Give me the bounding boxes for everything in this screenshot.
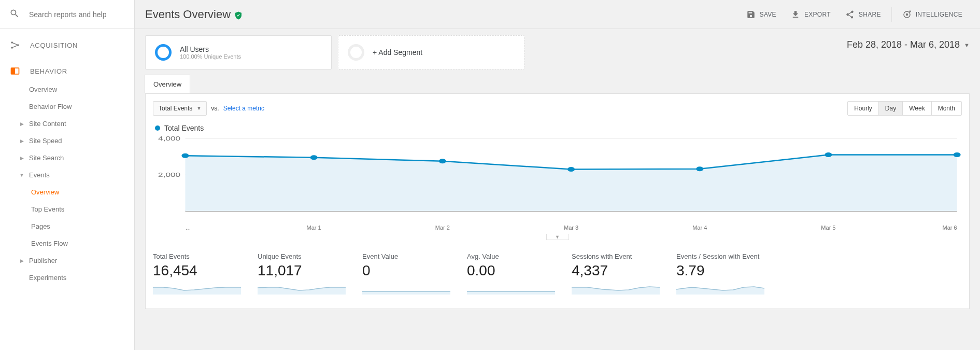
controls-row: Total Events ▼ vs. Select a metric Hourl… (146, 94, 969, 120)
segment-title: All Users (180, 45, 241, 53)
add-segment[interactable]: + Add Segment (338, 35, 524, 69)
tile-label: Unique Events (258, 253, 350, 260)
sidebar-item-site-search[interactable]: ▶ Site Search (0, 149, 134, 166)
chart-title: Total Events (164, 124, 204, 132)
chart-x-axis: ▼ …Mar 1Mar 2Mar 3Mar 4Mar 5Mar 6 (153, 225, 962, 237)
tile-label: Sessions with Event (572, 253, 664, 260)
series-dot-icon (155, 125, 160, 131)
sidebar-item-event-pages[interactable]: Pages (0, 218, 134, 235)
intelligence-button[interactable]: INTELLIGENCE (895, 0, 970, 29)
verified-shield-icon (234, 10, 243, 19)
sparkline (676, 281, 764, 295)
sidebar-item-behavior-flow[interactable]: Behavior Flow (0, 98, 134, 115)
sidebar-item-site-content[interactable]: ▶ Site Content (0, 115, 134, 132)
segment-subtitle: 100.00% Unique Events (180, 53, 241, 60)
svg-marker-25 (572, 287, 660, 295)
sparkline (362, 281, 450, 295)
svg-point-14 (181, 153, 189, 158)
metric-tile[interactable]: Sessions with Event 4,337 (572, 253, 664, 296)
search-input[interactable] (29, 10, 125, 19)
sidebar-item-experiments[interactable]: Experiments (0, 269, 134, 286)
svg-point-15 (310, 155, 318, 160)
segment-circle-icon (155, 44, 172, 61)
svg-point-17 (567, 167, 575, 172)
toggle-day[interactable]: Day (878, 102, 902, 115)
x-tick-label: Mar 6 (943, 225, 957, 231)
export-button[interactable]: EXPORT (784, 0, 838, 29)
caret-right-icon: ▶ (18, 121, 26, 127)
tile-label: Total Events (153, 253, 245, 260)
x-tick-label: Mar 2 (435, 225, 450, 231)
select-metric-link[interactable]: Select a metric (223, 105, 264, 112)
page-title: Events Overview (145, 8, 243, 21)
metric1-dropdown[interactable]: Total Events ▼ (153, 101, 207, 116)
caret-down-icon: ▼ (964, 42, 970, 48)
metric-tile[interactable]: Event Value 0 (362, 253, 455, 296)
segment-circle-icon (348, 44, 364, 61)
svg-point-20 (954, 152, 961, 157)
metric-tiles: Total Events 16,454 Unique Events 11,017… (146, 242, 969, 309)
save-button[interactable]: SAVE (739, 0, 784, 29)
nav-section-label: ACQUISITION (30, 41, 78, 49)
sparkline (572, 281, 660, 295)
tile-value: 11,017 (258, 262, 350, 279)
tab-strip: Overview (145, 75, 970, 93)
search-icon (9, 8, 29, 20)
tab-overview[interactable]: Overview (145, 75, 190, 93)
tile-value: 3.79 (676, 262, 769, 279)
tile-value: 16,454 (153, 262, 245, 279)
sidebar-item-top-events[interactable]: Top Events (0, 201, 134, 218)
share-button[interactable]: SHARE (838, 0, 888, 29)
x-tick-label: Mar 1 (307, 225, 321, 231)
content: All Users 100.00% Unique Events + Add Se… (135, 29, 980, 350)
sidebar: ACQUISITION BEHAVIOR Overview Behavior F… (0, 0, 135, 350)
nav-section-behavior[interactable]: BEHAVIOR (0, 55, 134, 81)
drag-handle[interactable]: ▼ (546, 234, 569, 240)
vs-label: vs. (211, 105, 219, 112)
toggle-hourly[interactable]: Hourly (848, 102, 878, 115)
sidebar-item-events-overview[interactable]: Overview (0, 184, 134, 201)
tile-label: Avg. Value (467, 253, 559, 260)
caret-right-icon: ▶ (18, 156, 26, 161)
metric-tile[interactable]: Events / Session with Event 3.79 (676, 253, 769, 296)
svg-rect-4 (11, 68, 16, 74)
add-segment-label: + Add Segment (373, 48, 422, 57)
chart-legend: Total Events (155, 124, 962, 132)
sparkline (153, 281, 241, 295)
metric-tile[interactable]: Total Events 16,454 (153, 253, 245, 296)
svg-marker-24 (467, 291, 555, 295)
toggle-month[interactable]: Month (931, 102, 961, 115)
sidebar-item-overview[interactable]: Overview (0, 81, 134, 98)
nav-section-acquisition[interactable]: ACQUISITION (0, 29, 134, 55)
x-tick-label: … (185, 225, 191, 231)
svg-point-6 (905, 13, 908, 16)
tile-label: Event Value (362, 253, 455, 260)
nav-section-label: BEHAVIOR (30, 67, 67, 75)
svg-point-18 (696, 166, 703, 171)
sparkline (258, 281, 346, 295)
panel: Total Events ▼ vs. Select a metric Hourl… (145, 93, 970, 309)
date-range-picker[interactable]: Feb 28, 2018 - Mar 6, 2018 ▼ (847, 35, 970, 54)
sparkline (467, 281, 555, 295)
x-tick-label: Mar 4 (692, 225, 707, 231)
toggle-week[interactable]: Week (902, 102, 931, 115)
sidebar-item-publisher[interactable]: ▶ Publisher (0, 252, 134, 269)
topbar: Events Overview SAVE EXPORT SHARE INTELL… (135, 0, 980, 29)
svg-point-7 (909, 10, 911, 12)
metric-tile[interactable]: Unique Events 11,017 (258, 253, 350, 296)
sidebar-item-events[interactable]: ▼ Events (0, 166, 134, 184)
time-granularity-toggle: Hourly Day Week Month (847, 101, 962, 116)
metric-tile[interactable]: Avg. Value 0.00 (467, 253, 559, 296)
svg-marker-22 (258, 287, 346, 295)
svg-marker-13 (185, 155, 957, 212)
sidebar-item-events-flow[interactable]: Events Flow (0, 235, 134, 252)
segment-all-users[interactable]: All Users 100.00% Unique Events (145, 35, 332, 69)
behavior-icon (9, 65, 21, 77)
tile-value: 0 (362, 262, 455, 279)
caret-right-icon: ▶ (18, 138, 26, 144)
main: Events Overview SAVE EXPORT SHARE INTELL… (135, 0, 980, 350)
caret-down-icon: ▼ (196, 106, 201, 111)
tile-label: Events / Session with Event (676, 253, 769, 260)
tile-value: 0.00 (467, 262, 559, 279)
sidebar-item-site-speed[interactable]: ▶ Site Speed (0, 132, 134, 149)
